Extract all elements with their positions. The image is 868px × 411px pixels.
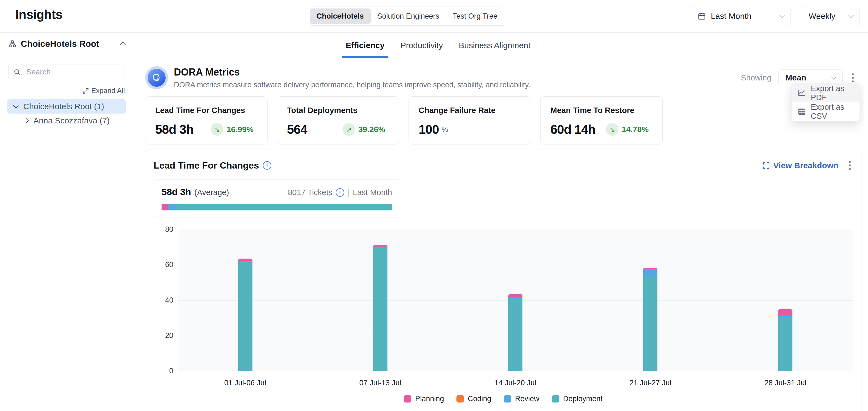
x-tick-label: 21 Jul-27 Jul	[629, 379, 672, 387]
search-input[interactable]	[26, 67, 120, 77]
tree-item-anna[interactable]: Anna Scozzafava (7)	[18, 113, 126, 128]
top-bar-controls: Last Month Weekly	[691, 7, 860, 25]
legend-label: Planning	[415, 395, 444, 403]
chart-section-title: Lead Time For Changes i	[154, 160, 271, 171]
gridline-60	[178, 265, 853, 265]
bar-01 Jul-06 Jul[interactable]	[238, 259, 252, 371]
legend-swatch	[552, 395, 559, 403]
card-value: 564	[287, 122, 307, 137]
expand-all-label: Expand All	[91, 87, 125, 95]
org-switcher: ChoiceHotels Solution Engineers Test Org…	[308, 7, 506, 26]
expand-diagonal-icon	[83, 88, 89, 94]
org-sidebar: ChoiceHotels Root Expand All Cho	[0, 33, 133, 411]
tree-item-root[interactable]: ChoiceHotels Root (1)	[7, 99, 126, 113]
dora-kebab-menu-button[interactable]	[850, 71, 856, 84]
chevron-down-icon	[13, 103, 19, 108]
main-content: Efficiency Productivity Business Alignme…	[134, 33, 864, 411]
bar-segment-deployment	[508, 299, 522, 371]
card-lead-time: Lead Time For Changes 58d 3h ↘ 16.99%	[145, 96, 268, 144]
legend-item-review[interactable]: Review	[504, 395, 539, 403]
export-menu: Export as PDF Export as CSV	[791, 83, 860, 121]
tree-item-label: ChoiceHotels Root (1)	[23, 102, 104, 111]
org-tab-choicehotels[interactable]: ChoiceHotels	[310, 8, 370, 24]
info-icon[interactable]: i	[263, 161, 271, 170]
card-title: Lead Time For Changes	[155, 106, 257, 115]
bar-28 Jul-31 Jul[interactable]	[778, 309, 793, 371]
info-icon[interactable]: i	[336, 188, 344, 197]
x-tick-label: 14 Jul-20 Jul	[494, 379, 536, 387]
granularity-select[interactable]: Weekly	[802, 7, 860, 25]
x-tick-label: 28 Jul-31 Jul	[765, 379, 806, 387]
tickets-count: 8017 Tickets	[288, 188, 333, 197]
chevron-right-icon	[23, 118, 29, 124]
sidebar-header[interactable]: ChoiceHotels Root	[0, 33, 133, 55]
period-select[interactable]: Last Month	[691, 7, 791, 25]
export-pdf-label: Export as PDF	[811, 84, 854, 102]
y-tick-label: 40	[160, 296, 173, 305]
sidebar-search[interactable]	[8, 65, 125, 79]
card-unit: %	[442, 125, 448, 134]
bar-segment-deployment	[643, 277, 657, 371]
card-total-deployments: Total Deployments 564 ↗ 39.26%	[277, 96, 399, 144]
delta-percent: 39.26%	[359, 125, 385, 134]
chevron-down-icon	[848, 12, 854, 18]
delta-percent: 16.99%	[227, 125, 253, 134]
chevron-down-icon	[779, 12, 785, 18]
legend-swatch	[457, 395, 464, 403]
view-breakdown-label: View Breakdown	[773, 161, 838, 170]
summary-period-label: Last Month	[353, 188, 392, 197]
calendar-icon	[698, 12, 706, 20]
lead-time-chart-card: Lead Time For Changes i View Breakdown	[145, 149, 861, 411]
chart-export-icon	[798, 89, 806, 97]
tab-business-alignment[interactable]: Business Alignment	[459, 33, 530, 58]
tab-productivity[interactable]: Productivity	[400, 33, 443, 58]
bar-segment-planning	[373, 245, 388, 246]
export-pdf-item[interactable]: Export as PDF	[792, 84, 860, 102]
dora-sprint-icon	[148, 69, 166, 87]
bar-segment-planning	[778, 309, 793, 315]
collapse-chevron-icon[interactable]	[120, 42, 126, 47]
bar-21 Jul-27 Jul[interactable]	[643, 268, 657, 371]
distribution-segment-planning	[161, 204, 167, 210]
section-tabs: Efficiency Productivity Business Alignme…	[134, 33, 864, 58]
export-csv-item[interactable]: Export as CSV	[792, 102, 860, 121]
dora-header: DORA Metrics DORA metrics measure softwa…	[145, 61, 864, 94]
trend-up-icon: ↗	[343, 123, 355, 136]
export-csv-label: Export as CSV	[811, 103, 854, 121]
org-tree: ChoiceHotels Root (1) Anna Scozzafava (7…	[0, 99, 133, 128]
period-select-value: Last Month	[711, 11, 751, 21]
y-tick-label: 60	[160, 261, 173, 269]
distribution-segment-review	[167, 204, 177, 210]
legend-item-deployment[interactable]: Deployment	[552, 395, 603, 403]
distribution-segment-deployment	[177, 204, 392, 210]
chevron-down-icon	[831, 74, 837, 80]
bar-segment-review	[508, 297, 522, 299]
insights-app: Insights ChoiceHotels Solution Engineers…	[0, 0, 868, 411]
expand-all-button[interactable]: Expand All	[0, 87, 125, 95]
delta-percent: 14.78%	[622, 125, 649, 134]
view-breakdown-button[interactable]: View Breakdown	[762, 161, 838, 170]
bar-segment-deployment	[238, 261, 252, 371]
bar-segment-review	[643, 269, 657, 277]
average-summary-card: 58d 3h (Average) 8017 Tickets i | Last M…	[154, 179, 400, 218]
legend-item-planning[interactable]: Planning	[404, 395, 444, 403]
legend-item-coding[interactable]: Coding	[457, 395, 491, 403]
gridline-0	[178, 371, 853, 371]
legend-label: Review	[515, 395, 539, 403]
page-title: Insights	[16, 7, 62, 22]
legend-swatch	[504, 395, 511, 403]
tab-efficiency[interactable]: Efficiency	[346, 33, 385, 58]
sidebar-divider	[0, 55, 133, 55]
average-value: 58d 3h	[161, 186, 191, 197]
card-value: 58d 3h	[155, 122, 194, 137]
chart-legend: PlanningCodingReviewDeployment	[146, 395, 861, 403]
org-tab-test-org-tree[interactable]: Test Org Tree	[446, 8, 504, 24]
search-icon	[13, 68, 21, 76]
x-tick-label: 01 Jul-06 Jul	[224, 379, 266, 387]
org-tab-solution-engineers[interactable]: Solution Engineers	[371, 8, 446, 24]
bar-segment-deployment	[778, 317, 793, 371]
chart-kebab-menu-button[interactable]	[847, 159, 853, 172]
bar-07 Jul-13 Jul[interactable]	[373, 245, 388, 371]
bar-14 Jul-20 Jul[interactable]	[508, 294, 522, 371]
card-title: Change Failure Rate	[418, 106, 521, 115]
